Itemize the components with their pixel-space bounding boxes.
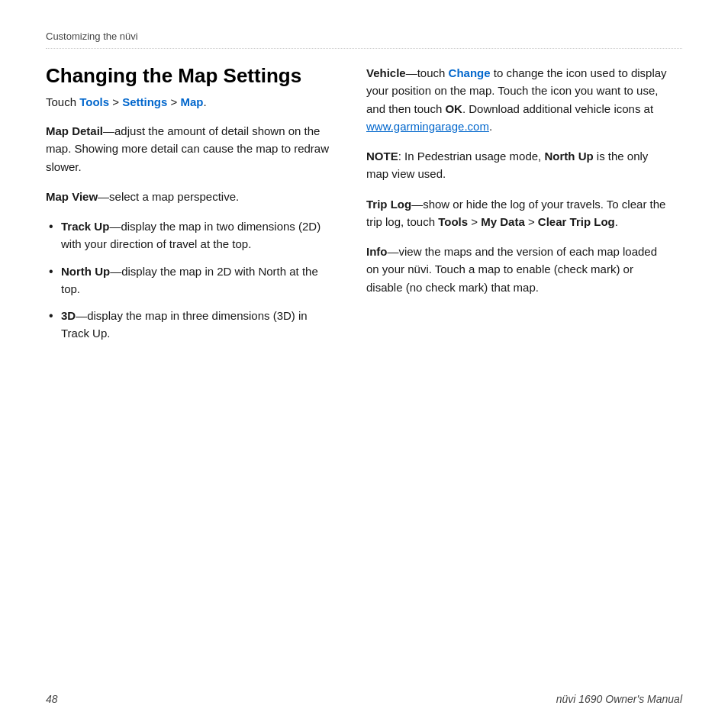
3d-label: 3D [61,309,76,322]
note-label: NOTE [366,150,398,163]
map-view-label: Map View [46,190,98,203]
subtitle-line: Touch Tools > Settings > Map. [46,95,336,108]
info-label: Info [366,245,388,258]
info-paragraph: Info—view the maps and the version of ea… [366,243,672,296]
change-link: Change [449,66,491,79]
info-text: —view the maps and the version of each m… [366,245,657,294]
list-item: North Up—display the map in 2D with Nort… [46,263,336,298]
list-item: Track Up—display the map in two dimensio… [46,217,336,253]
page-number: 48 [46,693,58,705]
note-paragraph: NOTE: In Pedestrian usage mode, North Up… [366,147,672,183]
clear-trip-log-link: Clear Trip Log [538,215,615,228]
north-up-note-label: North Up [544,150,593,163]
3d-text: —display the map in three dimensions (3D… [61,309,308,340]
trip-log-text2: . [615,215,618,228]
map-view-text: —select a map perspective. [98,190,239,203]
garmingarage-link[interactable]: www.garmingarage.com [366,120,489,133]
tools-link-subtitle: Tools [79,95,109,108]
list-item: 3D—display the map in three dimensions (… [46,307,336,343]
settings-link-subtitle: Settings [122,95,167,108]
vehicle-text1: —touch [406,66,449,79]
trip-sep2: > [525,215,538,228]
vehicle-text4: . [489,120,492,133]
north-up-label: North Up [61,265,110,278]
vehicle-paragraph: Vehicle—touch Change to change the icon … [366,64,672,135]
map-detail-label: Map Detail [46,124,103,137]
ok-label: OK [445,102,462,115]
manual-title: nüvi 1690 Owner's Manual [556,693,682,705]
note-text1: : In Pedestrian usage mode, [398,150,545,163]
left-column: Changing the Map Settings Touch Tools > … [46,64,336,355]
tools-link-trip: Tools [438,215,468,228]
footer: 48 nüvi 1690 Owner's Manual [46,693,682,705]
right-column: Vehicle—touch Change to change the icon … [366,64,672,355]
vehicle-text3: . Download additional vehicle icons at [462,102,653,115]
trip-sep1: > [468,215,481,228]
track-up-label: Track Up [61,220,109,233]
map-view-paragraph: Map View—select a map perspective. [46,188,336,205]
page-container: Customizing the nüvi Changing the Map Se… [0,0,728,728]
trip-log-paragraph: Trip Log—show or hide the log of your tr… [366,195,672,231]
map-detail-paragraph: Map Detail—adjust the amount of detail s… [46,122,336,176]
map-link-subtitle: Map [181,95,204,108]
breadcrumb: Customizing the nüvi [46,31,682,49]
my-data-link: My Data [481,215,525,228]
vehicle-label: Vehicle [366,66,406,79]
section-title: Changing the Map Settings [46,64,336,88]
bullet-list: Track Up—display the map in two dimensio… [46,217,336,343]
content-area: Changing the Map Settings Touch Tools > … [46,64,682,355]
trip-log-label: Trip Log [366,198,411,211]
